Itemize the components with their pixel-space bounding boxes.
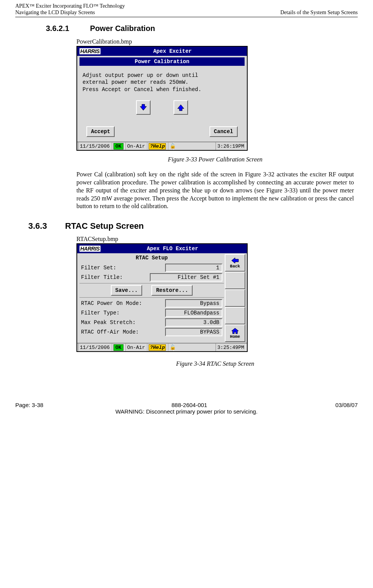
restore-button[interactable]: Restore... bbox=[151, 285, 193, 296]
home-label: Home bbox=[230, 334, 240, 339]
titlebar-text: Apex Exciter bbox=[101, 48, 245, 54]
status-onair: On-Air bbox=[125, 142, 147, 150]
svg-marker-3 bbox=[232, 328, 238, 334]
section-power-calibration: 3.6.2.1 Power Calibration bbox=[46, 24, 354, 33]
header-left: APEX™ Exciter Incorporating FLO™ Technol… bbox=[15, 3, 125, 16]
section-number: 3.6.2.1 bbox=[46, 24, 88, 33]
header-right: Details of the System Setup Screens bbox=[280, 3, 358, 16]
status-help[interactable]: ?Help bbox=[147, 142, 168, 150]
accept-button[interactable]: Accept bbox=[86, 126, 115, 137]
back-button[interactable]: Back bbox=[225, 254, 245, 272]
lock-icon: 🔓 bbox=[168, 344, 174, 351]
arrow-down-icon bbox=[139, 103, 148, 112]
lock-icon: 🔓 bbox=[168, 142, 174, 150]
section-title: RTAC Setup Screen bbox=[65, 221, 144, 231]
side-empty bbox=[225, 272, 245, 289]
divider bbox=[79, 283, 224, 283]
instr-line: Press Accept or Cancel when finished. bbox=[83, 86, 242, 93]
titlebar: HARRIS Apex FLO Exciter bbox=[77, 244, 247, 253]
power-on-mode-label: RTAC Power On Mode: bbox=[81, 300, 165, 306]
power-calibration-screen: HARRIS Apex Exciter Power Calibration Ad… bbox=[76, 46, 248, 151]
max-peak-field[interactable]: 3.0dB bbox=[165, 318, 222, 327]
filter-set-field[interactable]: 1 bbox=[165, 264, 222, 272]
harris-logo: HARRIS bbox=[79, 246, 101, 252]
arrow-left-icon bbox=[231, 257, 239, 264]
footer-docno: 888-2604-001 bbox=[172, 402, 207, 408]
cancel-button[interactable]: Cancel bbox=[209, 126, 238, 137]
home-button[interactable]: Home bbox=[225, 324, 245, 342]
statusbar: 11/15/2006 OK On-Air ?Help 🔓 3:26:19PM bbox=[77, 142, 247, 150]
rtac-setup-screen: HARRIS Apex FLO Exciter RTAC Setup Filte… bbox=[76, 243, 248, 352]
footer-page: Page: 3-38 bbox=[15, 402, 43, 408]
arrow-up-icon bbox=[177, 103, 185, 112]
instr-line: external power meter reads 250mW. bbox=[83, 79, 242, 86]
status-date: 11/15/2006 bbox=[78, 142, 112, 150]
status-time: 3:26:19PM bbox=[216, 142, 246, 150]
status-date: 11/15/2006 bbox=[78, 344, 112, 351]
status-ok: OK bbox=[112, 344, 125, 351]
offair-mode-field[interactable]: BYPASS bbox=[165, 328, 222, 336]
power-on-mode-field[interactable]: Bypass bbox=[165, 299, 222, 308]
status-help[interactable]: ?Help bbox=[147, 344, 168, 351]
bmp-filename: PowerCalibration.bmp bbox=[76, 38, 354, 45]
section-rtac: 3.6.3 RTAC Setup Screen bbox=[28, 221, 354, 231]
filter-title-label: Filter Title: bbox=[81, 274, 150, 280]
down-arrow-button[interactable] bbox=[136, 100, 151, 115]
home-icon bbox=[231, 327, 239, 334]
svg-marker-0 bbox=[140, 104, 147, 111]
offair-mode-label: RTAC Off-Air Mode: bbox=[81, 329, 165, 335]
section-number: 3.6.3 bbox=[28, 221, 63, 231]
page-footer: Page: 3-38 888-2604-001 03/08/07 bbox=[15, 402, 358, 408]
status-ok: OK bbox=[112, 142, 125, 150]
side-empty bbox=[225, 289, 245, 307]
rtac-main-panel: RTAC Setup Filter Set: 1 Filter Title: F… bbox=[79, 254, 225, 342]
harris-logo: HARRIS bbox=[79, 48, 101, 54]
footer-warning: WARNING: Disconnect primary power prior … bbox=[15, 408, 358, 415]
filter-type-label: Filter Type: bbox=[81, 310, 165, 316]
arrow-row bbox=[81, 100, 243, 115]
figure-caption: Figure 3-33 Power Calibration Screen bbox=[168, 156, 263, 163]
filter-set-label: Filter Set: bbox=[81, 265, 165, 271]
titlebar-text: Apex FLO Exciter bbox=[101, 246, 245, 252]
section-title: Power Calibration bbox=[90, 24, 155, 33]
svg-marker-1 bbox=[178, 105, 184, 111]
panel-body: Adjust output power up or down until ext… bbox=[77, 67, 247, 142]
filter-title-field[interactable]: Filter Set #1 bbox=[150, 273, 222, 282]
page-header: APEX™ Exciter Incorporating FLO™ Technol… bbox=[15, 3, 358, 17]
subtitle: Power Calibration bbox=[79, 57, 245, 66]
status-onair: On-Air bbox=[125, 344, 147, 351]
side-empty bbox=[225, 307, 245, 324]
divider bbox=[79, 297, 224, 298]
back-label: Back bbox=[230, 264, 240, 269]
side-buttons: Back Home bbox=[225, 254, 245, 342]
status-time: 3:25:49PM bbox=[216, 344, 246, 351]
figure-caption: Figure 3-34 RTAC Setup Screen bbox=[176, 360, 255, 367]
footer-date: 03/08/07 bbox=[336, 402, 358, 408]
save-button[interactable]: Save... bbox=[111, 285, 143, 296]
power-cal-paragraph: Power Cal (calibration) soft key on the … bbox=[76, 171, 354, 210]
rtac-heading: RTAC Setup bbox=[79, 254, 225, 262]
titlebar: HARRIS Apex Exciter bbox=[77, 47, 247, 56]
filter-type-field[interactable]: FLOBandpass bbox=[165, 309, 222, 317]
instr-line: Adjust output power up or down until bbox=[83, 72, 242, 79]
svg-marker-2 bbox=[232, 258, 238, 263]
bmp-filename: RTACSetup.bmp bbox=[76, 236, 354, 243]
instructions: Adjust output power up or down until ext… bbox=[83, 72, 242, 94]
statusbar: 11/15/2006 OK On-Air ?Help 🔓 3:25:49PM bbox=[77, 343, 247, 351]
max-peak-label: Max Peak Stretch: bbox=[81, 319, 165, 326]
up-arrow-button[interactable] bbox=[174, 100, 188, 115]
